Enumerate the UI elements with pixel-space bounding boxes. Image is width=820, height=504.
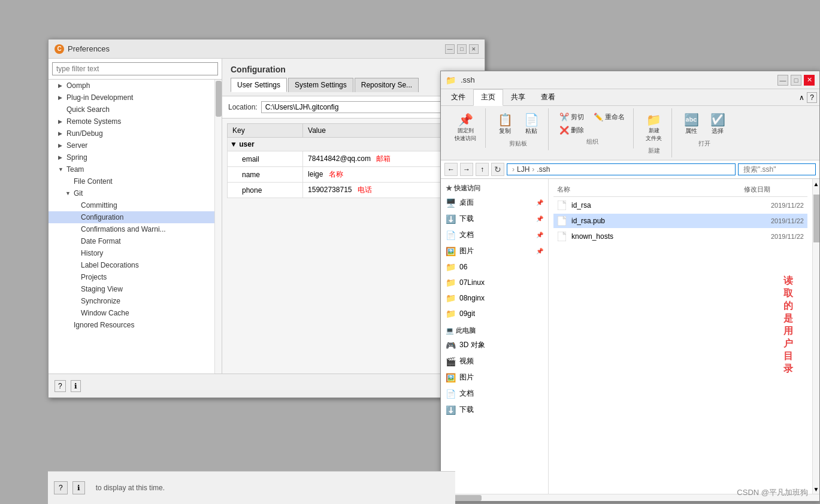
addr-refresh-btn[interactable]: ↻ — [491, 163, 504, 176]
explorer-titlebar-left: 📁 .ssh — [446, 75, 475, 85]
file-icon-idrsapub — [557, 216, 567, 226]
sidebar-item-08nginx[interactable]: 📁 08nginx — [441, 290, 548, 306]
vscroll-down-btn[interactable]: ▼ — [813, 484, 819, 494]
tab-user-settings[interactable]: User Settings — [231, 78, 287, 92]
sidebar-item-ignored[interactable]: Ignored Resources — [49, 319, 222, 331]
ribbon-btn-paste[interactable]: 📄 粘贴 — [519, 111, 543, 138]
tab-system-settings[interactable]: System Settings — [288, 78, 353, 92]
prefs-window-controls: — □ ✕ — [445, 44, 479, 54]
prefs-maximize-btn[interactable]: □ — [457, 44, 467, 54]
addr-forward-btn[interactable]: → — [460, 163, 473, 176]
3d-icon: 🎮 — [446, 341, 456, 350]
docs-icon: 📄 — [446, 230, 456, 240]
sidebar-item-plugin-dev[interactable]: ▶ Plug-in Development — [49, 92, 222, 104]
pictures-icon: 🖼️ — [446, 247, 456, 256]
sidebar-item-pictures[interactable]: 🖼️ 图片 📌 — [441, 243, 548, 259]
file-item-knownhosts[interactable]: known_hosts 2019/11/22 — [553, 229, 807, 244]
prefs-info-icon[interactable]: ℹ — [71, 380, 81, 392]
sidebar-item-document[interactable]: 📄 文档 — [441, 385, 548, 402]
sidebar-item-configuration[interactable]: Configuration — [49, 211, 222, 223]
sidebar-item-3d[interactable]: 🎮 3D 对象 — [441, 337, 548, 353]
sidebar-item-pic[interactable]: 🖼️ 图片 — [441, 369, 548, 385]
prefs-sidebar-scrollbar[interactable] — [214, 80, 222, 374]
sidebar-item-window-cache[interactable]: Window Cache — [49, 307, 222, 319]
sidebar-item-downloads[interactable]: ⬇️ 下载 📌 — [441, 211, 548, 227]
sidebar-item-git[interactable]: ▼ Git — [49, 187, 222, 199]
sidebar-item-desktop[interactable]: 🖥️ 桌面 📌 — [441, 195, 548, 211]
ribbon-btn-pin[interactable]: 📌 固定到快速访问 — [450, 111, 480, 145]
ribbon-btn-copy[interactable]: 📋 复制 — [493, 111, 517, 138]
ribbon-group-clipboard: 📋 复制 📄 粘贴 剪贴板 — [488, 108, 549, 150]
file-item-idrsa[interactable]: id_rsa 2019/11/22 — [553, 198, 807, 212]
prefs-filter-input[interactable] — [52, 62, 218, 75]
filedate-knownhosts: 2019/11/22 — [771, 233, 804, 240]
sidebar-item-committing[interactable]: Committing — [49, 199, 222, 211]
ribbon-btn-new-folder[interactable]: 📁 新建文件夹 — [642, 111, 666, 145]
sidebar-item-07linux[interactable]: 📁 07Linux — [441, 275, 548, 290]
sidebar-item-confirmations[interactable]: Confirmations and Warni... — [49, 223, 222, 235]
sidebar-item-synchronize[interactable]: Synchronize — [49, 295, 222, 307]
explorer-addressbar: ← → ↑ ↻ › LJH › .ssh — [441, 160, 819, 179]
prefs-body: ▶ Oomph ▶ Plug-in Development Quick Sear… — [49, 59, 485, 374]
prefs-help-btn[interactable]: ? — [54, 481, 68, 494]
addr-back-btn[interactable]: ← — [444, 163, 458, 176]
sidebar-item-label: Oomph — [66, 81, 90, 90]
csdn-watermark: CSDN @平凡加班狗 — [737, 487, 808, 498]
explorer-vscrollbar[interactable]: ▲ ▼ — [812, 179, 819, 494]
explorer-minimize-btn[interactable]: — — [777, 75, 788, 86]
explorer-sidebar: ★ 快速访问 🖥️ 桌面 📌 ⬇️ 下载 📌 📄 文档 📌 🖼️ 图片 📌 — [441, 179, 549, 494]
ribbon-btn-select[interactable]: ☑️ 选择 — [706, 111, 730, 138]
vscroll-up-btn[interactable]: ▲ — [813, 179, 819, 189]
ribbon-expand-icon[interactable]: ∧ — [799, 93, 804, 102]
folder-06-icon: 📁 — [446, 262, 456, 272]
cell-name-key: name — [228, 167, 303, 183]
sidebar-item-remote-systems[interactable]: ▶ Remote Systems — [49, 116, 222, 127]
sidebar-item-label: Synchronize — [81, 297, 120, 305]
sidebar-item-run-debug[interactable]: ▶ Run/Debug — [49, 127, 222, 139]
select-icon: ☑️ — [710, 114, 725, 126]
paste-icon: 📄 — [524, 114, 539, 126]
ribbon-btn-cut[interactable]: ✂️ 剪切 — [556, 111, 588, 123]
prefs-minimize-btn[interactable]: — — [445, 44, 455, 54]
ribbon-btn-properties[interactable]: 🔤 属性 — [679, 111, 703, 138]
sidebar-item-docs[interactable]: 📄 文档 📌 — [441, 227, 548, 243]
copy-icon: 📋 — [498, 114, 513, 126]
sidebar-item-date-format[interactable]: Date Format — [49, 235, 222, 247]
explorer-body: ★ 快速访问 🖥️ 桌面 📌 ⬇️ 下载 📌 📄 文档 📌 🖼️ 图片 📌 — [441, 179, 819, 494]
sidebar-item-label-deco[interactable]: Label Decorations — [49, 259, 222, 271]
sidebar-item-spring[interactable]: ▶ Spring — [49, 151, 222, 163]
ribbon-btn-delete[interactable]: ❌ 删除 — [556, 124, 588, 136]
ribbon-tab-view[interactable]: 查看 — [533, 89, 563, 105]
sidebar-item-label: Projects — [81, 273, 107, 281]
ribbon-tab-share[interactable]: 共享 — [503, 89, 533, 105]
prefs-sidebar: ▶ Oomph ▶ Plug-in Development Quick Sear… — [49, 59, 222, 374]
address-bar[interactable]: › LJH › .ssh — [507, 163, 736, 175]
file-item-idrsapub[interactable]: id_rsa.pub 2019/11/22 — [553, 214, 807, 228]
sidebar-item-file-content[interactable]: File Content — [49, 175, 222, 187]
location-label: Location: — [228, 103, 258, 111]
sidebar-item-download[interactable]: ⬇️ 下载 — [441, 402, 548, 418]
prefs-help-icon[interactable]: ? — [55, 380, 66, 392]
ribbon-help-icon[interactable]: ? — [807, 92, 817, 103]
sidebar-item-staging[interactable]: Staging View — [49, 283, 222, 295]
prefs-info-btn[interactable]: ℹ — [72, 481, 85, 494]
sidebar-item-video[interactable]: 🎬 视频 — [441, 353, 548, 369]
ribbon-btn-rename[interactable]: ✏️ 重命名 — [590, 111, 628, 123]
prefs-close-btn[interactable]: ✕ — [469, 44, 479, 54]
ribbon-tab-home[interactable]: 主页 — [473, 89, 503, 106]
explorer-maximize-btn[interactable]: □ — [791, 75, 801, 86]
new-group-label: 新建 — [648, 147, 660, 155]
sidebar-item-history[interactable]: History — [49, 247, 222, 259]
sidebar-item-team[interactable]: ▼ Team — [49, 163, 222, 175]
explorer-search-input[interactable] — [738, 163, 816, 175]
ribbon-tab-file[interactable]: 文件 — [443, 89, 473, 105]
sidebar-item-09git[interactable]: 📁 09git — [441, 306, 548, 321]
sidebar-item-projects[interactable]: Projects — [49, 271, 222, 283]
sidebar-item-06[interactable]: 📁 06 — [441, 259, 548, 275]
addr-up-btn[interactable]: ↑ — [476, 163, 489, 176]
tab-repository-settings[interactable]: Repository Se... — [355, 78, 419, 92]
explorer-close-btn[interactable]: ✕ — [804, 75, 815, 86]
sidebar-item-quick-search[interactable]: Quick Search — [49, 104, 222, 116]
sidebar-item-oomph[interactable]: ▶ Oomph — [49, 80, 222, 92]
sidebar-item-server[interactable]: ▶ Server — [49, 139, 222, 151]
